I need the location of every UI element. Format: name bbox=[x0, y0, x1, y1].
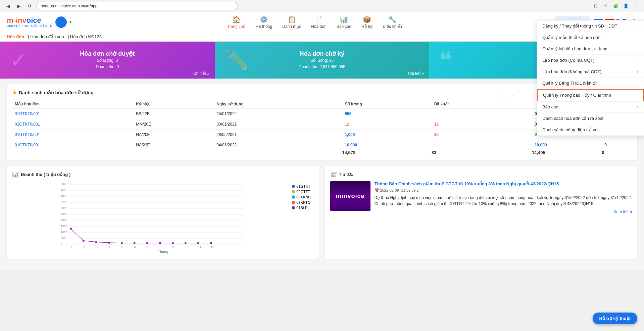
nav-trang-chu[interactable]: 🏠 Trang chủ bbox=[227, 15, 246, 29]
url-bar[interactable] bbox=[36, 2, 238, 10]
extensions-icon[interactable]: 🧩 bbox=[612, 2, 620, 10]
hero-cho-ky-title: Hóa đơn chờ ký bbox=[299, 50, 344, 57]
bookmark-icon[interactable]: ☆ bbox=[602, 2, 610, 10]
svg-point-39 bbox=[134, 242, 136, 244]
reload-button[interactable]: ↺ bbox=[26, 2, 34, 10]
nav-danh-muc[interactable]: 📋 Danh mục bbox=[282, 15, 301, 29]
forward-button[interactable]: ▶ bbox=[15, 2, 23, 10]
nav-dieu-khien[interactable]: 🔧 Điều khiển bbox=[383, 15, 402, 29]
dropdown-quan-ly-mau[interactable]: Quản lý mẫu thiết kế hóa đơn bbox=[537, 32, 644, 43]
table-row: 01GTKT0/001 NA/22E 04/01/2022 10,000 10,… bbox=[12, 140, 632, 150]
hero-cho-ky-sub: Số lượng: 36 Doanh thu: 2,531,590,055 bbox=[299, 57, 345, 70]
user-avatar[interactable]: 👤 bbox=[55, 16, 67, 28]
dropdown-lap-hoa-don-co-ma[interactable]: Lập hóa đơn (Có mã CQT) › bbox=[537, 55, 644, 66]
dropdown-quan-ly-ky-hieu[interactable]: Quản lý ký hiệu hóa đơn sử dụng bbox=[537, 43, 644, 55]
dropdown-dang-ky[interactable]: Đăng ký / Thay đổi thông tin SD HĐDT bbox=[537, 20, 644, 32]
svg-text:3500: 3500 bbox=[61, 200, 67, 204]
user-dropdown-arrow[interactable]: ▾ bbox=[69, 20, 71, 25]
hero-cho-duyet-sub: Số lượng: 0 Doanh thu: 0 bbox=[96, 57, 119, 70]
pen-icon: ✏️ bbox=[225, 48, 250, 72]
breadcrumb-sep2: | bbox=[65, 35, 66, 39]
total-col8: 0 bbox=[602, 150, 632, 155]
legend-01blp: 01BLP bbox=[292, 206, 310, 210]
nav-ho-tro[interactable]: 📦 Hỗ trợ bbox=[361, 15, 373, 29]
svg-text:11: 11 bbox=[198, 245, 201, 248]
news-more-link[interactable]: Xem thêm bbox=[375, 209, 632, 214]
news-headline[interactable]: Thông Báo Chính sách giảm thuế GTGT từ 1… bbox=[375, 181, 632, 187]
svg-point-41 bbox=[159, 242, 161, 244]
svg-text:5000: 5000 bbox=[61, 182, 67, 186]
profile-icon[interactable]: 👤 bbox=[622, 2, 630, 10]
svg-text:7: 7 bbox=[147, 245, 149, 248]
dropdown-lap-hoa-don-khong-ma[interactable]: Lập hóa đơn (Không mã CQT) › bbox=[537, 66, 644, 78]
svg-text:1: 1 bbox=[70, 245, 72, 248]
breadcrumb-sep1: | bbox=[26, 35, 27, 39]
svg-text:1500: 1500 bbox=[61, 225, 67, 228]
svg-text:0: 0 bbox=[61, 243, 62, 246]
nav-bao-cao[interactable]: 📊 Báo cáo bbox=[337, 15, 351, 29]
news-date: 📅 2022-02-09T11:59:39.2 bbox=[375, 188, 632, 193]
hero-card-cho-ky[interactable]: ✏️ Hóa đơn chờ ký Số lượng: 36 Doanh thu… bbox=[215, 42, 430, 79]
svg-text:3: 3 bbox=[96, 245, 98, 248]
nav-hoa-don-label: Hóa đơn bbox=[311, 24, 327, 29]
breadcrumb-hoa-don-nd123[interactable]: | Hóa đơn NĐ123 bbox=[68, 34, 102, 39]
svg-point-45 bbox=[210, 242, 212, 244]
cast-icon[interactable]: ⊡ bbox=[592, 2, 600, 10]
svg-text:6: 6 bbox=[134, 245, 136, 248]
breadcrumb-hoa-don[interactable]: Hóa đơn bbox=[7, 34, 24, 39]
dropdown-danh-sach-thong-diep[interactable]: Danh sách thông điệp trả về bbox=[537, 124, 644, 136]
col-6 bbox=[511, 100, 532, 109]
svg-point-38 bbox=[121, 242, 123, 244]
settings-icon: ⚙️ bbox=[260, 15, 268, 23]
svg-text:2000: 2000 bbox=[61, 219, 67, 222]
news-content: Thông Báo Chính sách giảm thuế GTGT từ 1… bbox=[375, 181, 632, 214]
dropdown-quan-ly-bang-thdl[interactable]: Quản lý Bảng THDL điện tử bbox=[537, 78, 644, 89]
chart-title: 📊 Doanh thu ( triệu đồng ) bbox=[12, 171, 314, 178]
dropdown-danh-sach-ra-soat[interactable]: Danh sách hóa đơn cần rà soát bbox=[537, 113, 644, 124]
dropdown-bao-cao[interactable]: Báo cáo › bbox=[537, 101, 644, 113]
col-mau-hoa-don: Mẫu hóa đơn bbox=[12, 100, 133, 109]
invoice-total-row: 14,578 83 14,495 0 bbox=[12, 150, 632, 155]
home-icon: 🏠 bbox=[232, 15, 241, 23]
logo-subtitle: GIẢI PHÁP HÓA ĐƠN ĐIỆN TỬ bbox=[7, 24, 53, 28]
svg-text:5: 5 bbox=[121, 245, 123, 248]
total-col7: 14,495 bbox=[532, 150, 602, 155]
hero-card-cho-duyet[interactable]: ✓ Hóa đơn chờ duyệt Số lượng: 0 Doanh th… bbox=[0, 42, 215, 79]
chart-x-label: Tháng bbox=[12, 249, 314, 253]
svg-point-40 bbox=[146, 242, 148, 244]
nav-he-thong[interactable]: ⚙️ Hệ thống bbox=[256, 15, 272, 29]
nav-he-thong-label: Hệ thống bbox=[256, 24, 272, 29]
logo-text: m-invoice GIẢI PHÁP HÓA ĐƠN ĐIỆN TỬ bbox=[7, 17, 53, 28]
nav-menu: 🏠 Trang chủ ⚙️ Hệ thống 📋 Danh mục 📄 Hóa… bbox=[74, 15, 555, 29]
svg-text:2: 2 bbox=[83, 245, 85, 248]
news-thumbnail: minvoice bbox=[330, 181, 370, 211]
nav-trang-chu-label: Trang chủ bbox=[227, 24, 246, 29]
nav-hoa-don[interactable]: 📄 Hóa đơn bbox=[311, 15, 327, 29]
col-da-xuat: Đã xuất bbox=[432, 100, 511, 109]
document-icon: 📄 bbox=[315, 15, 323, 23]
legend-07kptq: 07KPTQ bbox=[292, 200, 310, 204]
dropdown-menu: Đăng ký / Thay đổi thông tin SD HĐDT Quả… bbox=[537, 20, 644, 136]
chart-card: 📊 Doanh thu ( triệu đồng ) 5000 4500 400… bbox=[7, 166, 319, 259]
legend-01gtkt: 01GTKT bbox=[292, 184, 310, 188]
news-title: 📰 Tin tức bbox=[330, 171, 632, 178]
svg-text:4500: 4500 bbox=[61, 188, 67, 192]
col-so-luong: Số lượng bbox=[342, 100, 431, 109]
menu-icon[interactable]: ⋮ bbox=[632, 2, 640, 10]
legend-02gttt: 02GTTT bbox=[292, 190, 310, 194]
dropdown-caret bbox=[618, 18, 624, 20]
hero-cho-duyet-detail[interactable]: Chi tiết » bbox=[193, 71, 209, 76]
dropdown-quan-ly-thong-bao[interactable]: Quản lý Thông báo Hủy / Giải trình ——→ bbox=[537, 89, 644, 101]
hero-cho-ky-detail[interactable]: Chi tiết » bbox=[408, 71, 424, 76]
back-button[interactable]: ◀ bbox=[4, 2, 12, 10]
total-so-luong: 14,578 bbox=[342, 150, 431, 155]
legend-03xknb: 03XKNB bbox=[292, 195, 310, 199]
hero-cho-duyet-title: Hóa đơn chờ duyệt bbox=[80, 50, 135, 57]
breadcrumb-hoa-don-dau-vao[interactable]: | Hóa đơn đầu vào bbox=[28, 34, 64, 39]
svg-text:500: 500 bbox=[61, 237, 66, 240]
svg-text:12: 12 bbox=[211, 245, 214, 248]
news-item: minvoice Thông Báo Chính sách giảm thuế … bbox=[330, 181, 632, 214]
browser-bar: ◀ ▶ ↺ ⊡ ☆ 🧩 👤 ⋮ bbox=[0, 0, 644, 12]
check-icon: ✓ bbox=[10, 48, 27, 72]
svg-text:3000: 3000 bbox=[61, 206, 67, 210]
